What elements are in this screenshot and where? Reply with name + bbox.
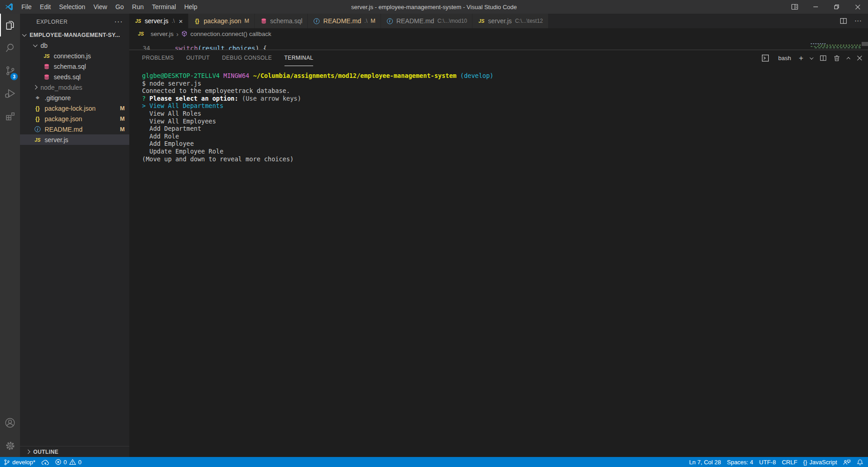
breadcrumb-file[interactable]: server.js — [151, 31, 173, 37]
menu-go[interactable]: Go — [111, 0, 128, 14]
restore-button[interactable] — [826, 0, 847, 14]
sql-file-icon — [260, 18, 268, 24]
cloud-upload-icon — [41, 459, 49, 466]
shell-label[interactable]: bash — [778, 55, 791, 62]
editor-scrollbar[interactable] — [862, 42, 868, 46]
js-file-icon: JS — [34, 137, 41, 143]
tab-package-json[interactable]: {} package.json M — [188, 14, 255, 28]
encoding-setting[interactable]: UTF-8 — [759, 459, 776, 466]
split-editor-icon[interactable] — [840, 17, 847, 25]
terminal-shell-icon — [761, 54, 769, 62]
tab-server-js-test12[interactable]: JS server.js C:\...\test12 — [472, 14, 548, 28]
tree-file-gitignore[interactable]: ◆ .gitignore — [20, 92, 129, 103]
more-actions-icon[interactable]: ··· — [854, 17, 862, 25]
close-window-button[interactable] — [847, 0, 868, 14]
tab-output[interactable]: OUTPUT — [186, 50, 210, 66]
vscode-logo-icon — [5, 2, 14, 11]
tree-file-connection-js[interactable]: JS connection.js — [20, 51, 129, 61]
tree-file-server-js[interactable]: JS server.js — [20, 134, 129, 145]
tree-file-package-lock-json[interactable]: {} package-lock.json M — [20, 103, 129, 113]
close-panel-icon[interactable] — [857, 55, 863, 61]
split-terminal-icon[interactable] — [820, 55, 827, 62]
tab-readme-md-mod10[interactable]: i README.md C:\...\mod10 — [381, 14, 473, 28]
readme-info-icon: i — [34, 126, 41, 132]
terminal-selected-option: > View All Departments — [142, 102, 868, 110]
status-bar: develop* 0 0 Ln 7, Col 28 Spaces: 4 UTF-… — [0, 457, 868, 467]
kill-terminal-trash-icon[interactable] — [833, 55, 840, 62]
maximize-panel-icon[interactable] — [847, 57, 850, 61]
tab-server-js[interactable]: JS server.js .\ × — [129, 14, 188, 28]
menu-file[interactable]: File — [17, 0, 36, 14]
git-branch-indicator[interactable]: develop* — [4, 459, 36, 466]
minimap[interactable] — [811, 43, 862, 50]
tree-folder-node-modules[interactable]: node_modules — [20, 82, 129, 92]
tree-file-readme-md[interactable]: i README.md M — [20, 124, 129, 134]
notifications-bell-icon[interactable] — [857, 459, 863, 466]
tab-debug-console[interactable]: DEBUG CONSOLE — [222, 50, 272, 66]
activity-bar: 3 — [0, 14, 20, 457]
tree-file-package-json[interactable]: {} package.json M — [20, 113, 129, 124]
terminal-option: View All Roles — [142, 110, 868, 118]
breadcrumb: JS server.js › connection.connect() call… — [129, 28, 868, 39]
run-debug-icon[interactable] — [0, 82, 20, 105]
explorer-icon[interactable] — [0, 14, 20, 36]
terminal-output[interactable]: glgbe@DESKTOP-2TELLV4 MINGW64 ~/Columbia… — [129, 66, 868, 457]
git-modified-badge: M — [244, 18, 249, 24]
tree-file-seeds-sql[interactable]: seeds.sql — [20, 72, 129, 82]
menu-bar: File Edit Selection View Go Run Terminal… — [17, 0, 201, 14]
outline-section[interactable]: OUTLINE — [20, 446, 129, 457]
tab-readme-md[interactable]: i README.md .\ M — [308, 14, 381, 28]
breadcrumb-symbol[interactable]: connection.connect() callback — [190, 31, 271, 37]
tree-file-schema-sql[interactable]: schema.sql — [20, 61, 129, 72]
js-file-icon: JS — [134, 18, 142, 24]
indentation-setting[interactable]: Spaces: 4 — [727, 459, 753, 466]
problems-indicator[interactable]: 0 0 — [55, 459, 81, 466]
terminal-option: Update Employee Role — [142, 148, 868, 155]
language-mode[interactable]: {} JavaScript — [803, 459, 837, 466]
git-modified-badge: M — [120, 126, 125, 133]
feedback-icon[interactable] — [843, 459, 851, 466]
window-title: server.js - employee-management-system -… — [351, 4, 517, 10]
tab-problems[interactable]: PROBLEMS — [142, 50, 174, 66]
menu-view[interactable]: View — [89, 0, 111, 14]
layout-toggle-icon[interactable] — [784, 0, 805, 14]
menu-terminal[interactable]: Terminal — [148, 0, 180, 14]
js-file-icon: JS — [43, 53, 51, 59]
extensions-icon[interactable] — [0, 105, 20, 128]
menu-edit[interactable]: Edit — [36, 0, 55, 14]
minimize-button[interactable] — [805, 0, 826, 14]
title-bar: File Edit Selection View Go Run Terminal… — [0, 0, 868, 14]
eol-setting[interactable]: CRLF — [782, 459, 797, 466]
tab-schema-sql[interactable]: schema.sql — [255, 14, 308, 28]
sql-file-icon — [43, 63, 51, 70]
tab-terminal[interactable]: TERMINAL — [284, 50, 314, 66]
sidebar-more-icon[interactable]: ··· — [114, 18, 123, 26]
chevron-right-icon — [26, 450, 30, 454]
readme-info-icon: i — [386, 18, 394, 24]
bottom-panel: PROBLEMS OUTPUT DEBUG CONSOLE TERMINAL b… — [129, 50, 868, 457]
terminal-option: Add Employee — [142, 140, 868, 148]
git-modified-badge: M — [120, 116, 125, 122]
settings-gear-icon[interactable] — [0, 434, 20, 457]
terminal-actions: bash + — [761, 54, 863, 63]
editor-code-sliver[interactable]: 34 switch(result.choices) { — [129, 39, 868, 50]
source-control-icon[interactable]: 3 — [0, 59, 20, 82]
publish-changes-button[interactable] — [41, 459, 49, 466]
menu-run[interactable]: Run — [128, 0, 148, 14]
accounts-icon[interactable] — [0, 411, 20, 434]
terminal-dropdown-icon[interactable] — [810, 56, 813, 59]
terminal-output-line: Connected to the employeetrack database. — [142, 87, 868, 95]
menu-selection[interactable]: Selection — [55, 0, 90, 14]
terminal-footer-hint: (Move up and down to reveal more choices… — [142, 155, 868, 163]
menu-help[interactable]: Help — [180, 0, 202, 14]
new-terminal-icon[interactable]: + — [799, 54, 803, 63]
terminal-prompt-line: glgbe@DESKTOP-2TELLV4 MINGW64 ~/Columbia… — [142, 72, 868, 80]
explorer-sidebar: EXPLORER ··· EMPLOYEE-MANAGEMENT-SY... d… — [20, 14, 129, 457]
tree-root-folder[interactable]: EMPLOYEE-MANAGEMENT-SY... — [20, 30, 129, 40]
tree-folder-db[interactable]: db — [20, 40, 129, 51]
symbol-cube-icon — [181, 31, 188, 37]
cursor-position[interactable]: Ln 7, Col 28 — [689, 459, 721, 466]
close-tab-icon[interactable]: × — [179, 17, 183, 25]
search-icon[interactable] — [0, 36, 20, 59]
breadcrumb-separator: › — [176, 30, 178, 38]
